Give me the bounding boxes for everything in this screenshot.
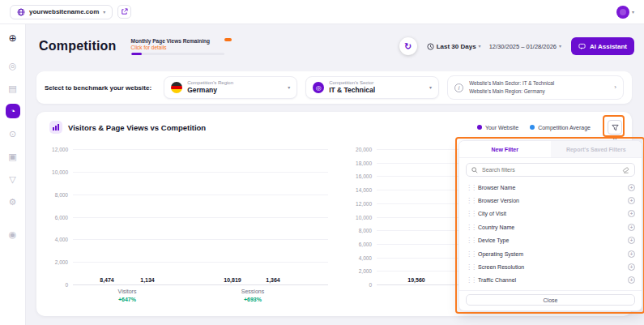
y-axis-tick: 4,000 [55,237,68,242]
filter-item-label: Device Type [478,237,509,243]
filter-item-label: Country Name [478,225,514,230]
gridline [73,149,328,150]
drag-handle-icon[interactable]: ⋮⋮ [466,210,473,217]
tab-new-filter[interactable]: New Filter [459,141,551,157]
drag-handle-icon[interactable]: ⋮⋮ [466,224,473,231]
chevron-down-icon[interactable]: ▾ [632,10,634,15]
chat-icon [578,43,586,50]
bar-value-label: 19,560 [407,277,424,283]
filter-panel: New Filter Report's Saved Filters ⋮⋮Brow… [458,140,642,311]
website-sector-line: Website's Main Sector: IT & Technical [469,80,554,86]
y-axis-tick: 6,000 [359,241,372,246]
legend-competition-average: Competition Average [530,125,591,130]
close-button[interactable]: Close [466,294,635,306]
filter-control: ^ [608,120,622,135]
filter-tabs: New Filter Report's Saved Filters [459,141,642,158]
header-controls: ↻ Last 30 Days ▾ 12/30/2025 – 01/28/2026… [399,37,634,55]
chevron-down-icon: ▾ [103,10,105,15]
add-filter-icon[interactable]: + [628,224,635,231]
y-axis-tick: 0 [369,282,372,288]
period-selector[interactable]: Last 30 Days ▾ [427,43,481,50]
drag-handle-icon[interactable]: ⋮⋮ [466,184,473,191]
filter-item-label: Operating System [478,251,523,257]
sidebar-icon-profile[interactable]: ◉ [6,227,20,242]
quota-progress-fill [131,53,143,55]
filter-item-list: ⋮⋮Browser Name+ ⋮⋮Browser Version+ ⋮⋮Cit… [459,180,642,290]
gridline [73,239,328,240]
open-site-button[interactable] [117,5,131,19]
app-screen: yourwebsitename.com ▾ ▾ ⊕ ◎ ▤ ◔ ⊙ ▣ ▽ ⚙ … [0,0,644,325]
date-range: 12/30/2025 – 01/28/2026 [489,43,557,50]
quota-details-link[interactable]: Click for details [131,45,237,50]
sidebar-icon-overview[interactable]: ⊕ [6,31,20,45]
bar-value-label: 8,474 [100,277,114,283]
ai-assistant-button[interactable]: AI Assistant [571,37,634,55]
filter-item-device-type[interactable]: ⋮⋮Device Type+ [466,234,635,247]
ai-assistant-label: AI Assistant [590,43,627,50]
drag-handle-icon[interactable]: ⋮⋮ [466,197,473,204]
region-dropdown-value: Germany [187,86,233,95]
y-axis-tick: 0 [65,282,68,288]
drag-handle-icon[interactable]: ⋮⋮ [466,237,473,244]
add-filter-icon[interactable]: + [628,197,635,204]
website-info-card[interactable]: i Website's Main Sector: IT & Technical … [447,75,624,100]
visitors-sessions-chart: 8,474 1,134 10,819 1,364 Visitors Sessio… [73,149,328,284]
sidebar-icon-alerts[interactable]: ▽ [6,172,20,186]
top-bar: yourwebsitename.com ▾ ▾ [0,0,644,24]
benchmark-label: Select to benchmark your website: [45,84,156,92]
refresh-button[interactable]: ↻ [399,37,417,55]
sector-dropdown-label: Competition's Sector [329,80,375,87]
sidebar-icon-analytics-active[interactable]: ◔ [6,104,20,118]
chart-card-header: Visitors & Page Views vs Competition You… [36,112,632,135]
filter-item-country-name[interactable]: ⋮⋮Country Name+ [466,220,635,233]
quota-widget[interactable]: Monthly Page Views Remaining Click for d… [131,38,237,55]
y-axis-tick: 4,000 [359,254,372,260]
search-input[interactable] [482,167,618,173]
y-axis-tick: 10,000 [52,169,68,174]
filter-item-traffic-channel[interactable]: ⋮⋮Traffic Channel+ [466,274,635,287]
add-filter-icon[interactable]: + [628,184,635,191]
sidebar-icon-screens[interactable]: ▣ [6,149,20,164]
filter-item-screen-resolution[interactable]: ⋮⋮Screen Resolution+ [466,260,635,273]
date-range-selector[interactable]: 12/30/2025 – 01/28/2026 ▾ [489,43,561,50]
add-filter-icon[interactable]: + [628,276,635,284]
legend-dot-your-website [477,125,482,130]
quota-label: Monthly Page Views Remaining [131,38,237,44]
filter-item-browser-name[interactable]: ⋮⋮Browser Name+ [466,181,635,194]
period-label: Last 30 Days [437,43,476,50]
add-filter-icon[interactable]: + [628,237,635,244]
filter-item-city-of-visit[interactable]: ⋮⋮City of Visit+ [466,207,635,220]
sidebar-icon-dashboard[interactable]: ◎ [6,58,20,73]
chevron-right-icon: › [614,84,616,91]
filter-button[interactable] [608,120,622,135]
germany-flag-icon [171,82,182,93]
sector-dropdown[interactable]: ◎ Competition's Sector IT & Technical ▾ [305,76,439,99]
bar-value-label: 1,134 [140,277,155,283]
chevron-down-icon: ▾ [429,85,432,90]
gridline [73,195,328,195]
info-icon: i [454,83,463,92]
add-filter-icon[interactable]: + [628,263,635,271]
quota-progress-bar [131,53,224,55]
sidebar-icon-settings[interactable]: ⚙ [6,195,20,209]
filter-item-browser-version[interactable]: ⋮⋮Browser Version+ [466,194,635,207]
clear-search-icon[interactable] [622,166,629,173]
drag-handle-icon[interactable]: ⋮⋮ [466,250,473,258]
y-axis-tick: 8,000 [55,191,68,197]
y-axis-tick: 10,000 [356,214,372,220]
drag-handle-icon[interactable]: ⋮⋮ [466,263,473,271]
sector-dropdown-value: IT & Technical [329,86,375,95]
tab-saved-filters[interactable]: Report's Saved Filters [551,141,642,157]
sidebar-icon-reports[interactable]: ▤ [6,81,20,96]
add-filter-icon[interactable]: + [628,210,635,217]
add-filter-icon[interactable]: + [628,250,635,258]
gridline [73,172,328,173]
sidebar-icon-goals[interactable]: ⊙ [6,126,20,141]
user-avatar[interactable] [616,6,629,19]
drag-handle-icon[interactable]: ⋮⋮ [466,276,473,284]
external-link-icon [121,8,128,15]
filter-item-operating-system[interactable]: ⋮⋮Operating System+ [466,247,635,260]
site-selector[interactable]: yourwebsitename.com ▾ [10,5,113,19]
region-dropdown[interactable]: Competition's Region Germany ▾ [164,76,297,99]
sector-icon: ◎ [313,82,324,93]
